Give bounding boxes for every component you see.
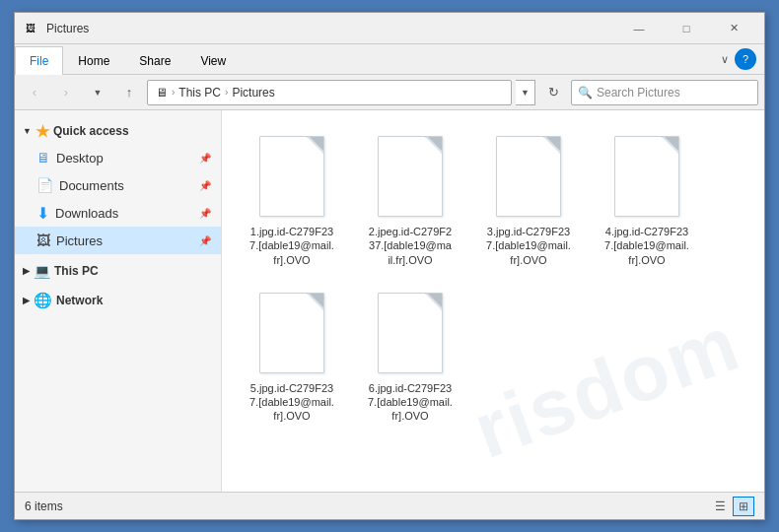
file-name-label: 5.jpg.id-C279F23 7.[dable19@mail. fr].OV… bbox=[249, 381, 334, 424]
downloads-icon: ⬇ bbox=[36, 204, 49, 223]
file-item[interactable]: 5.jpg.id-C279F23 7.[dable19@mail. fr].OV… bbox=[238, 283, 346, 430]
chevron-icon-2: › bbox=[225, 87, 228, 98]
network-icon: 🌐 bbox=[34, 292, 52, 309]
file-icon bbox=[252, 132, 331, 221]
tab-share[interactable]: Share bbox=[124, 46, 185, 76]
file-name-label: 1.jpg.id-C279F23 7.[dable19@mail. fr].OV… bbox=[249, 225, 334, 267]
star-icon: ★ bbox=[35, 122, 49, 141]
address-path[interactable]: 🖥 › This PC › Pictures bbox=[147, 80, 512, 105]
tab-home[interactable]: Home bbox=[63, 46, 124, 76]
address-dropdown[interactable]: ▼ bbox=[516, 80, 535, 105]
file-item[interactable]: 4.jpg.id-C279F23 7.[dable19@mail. fr].OV… bbox=[593, 126, 701, 273]
refresh-button[interactable]: ↻ bbox=[539, 80, 567, 105]
search-box[interactable]: 🔍 Search Pictures bbox=[571, 80, 758, 105]
search-placeholder: Search Pictures bbox=[597, 86, 680, 100]
quick-access-section: ▼ ★ Quick access 🖥 Desktop 📌 📄 Documents… bbox=[15, 118, 221, 254]
file-name-label: 3.jpg.id-C279F23 7.[dable19@mail. fr].OV… bbox=[486, 225, 571, 267]
file-page-icon bbox=[259, 136, 324, 217]
sidebar-item-desktop[interactable]: 🖥 Desktop 📌 bbox=[15, 144, 221, 171]
address-bar: ‹ › ▼ ↑ 🖥 › This PC › Pictures ▼ ↻ 🔍 Sea… bbox=[15, 75, 764, 110]
thispc-section: ▶ 💻 This PC bbox=[15, 258, 221, 284]
thispc-icon: 💻 bbox=[34, 263, 50, 279]
help-button[interactable]: ? bbox=[735, 48, 756, 70]
window-title: Pictures bbox=[46, 22, 616, 35]
ribbon-chevron[interactable]: ∨ bbox=[721, 53, 729, 66]
quick-access-header[interactable]: ▼ ★ Quick access bbox=[15, 118, 221, 144]
chevron-right-icon: ▼ bbox=[23, 126, 32, 136]
file-page-icon bbox=[496, 136, 561, 217]
path-thispc: This PC bbox=[178, 86, 221, 100]
file-page-icon bbox=[378, 136, 443, 217]
ribbon-tabs: File Home Share View ∨ ? bbox=[15, 44, 764, 74]
file-name-label: 4.jpg.id-C279F23 7.[dable19@mail. fr].OV… bbox=[604, 225, 689, 267]
network-header[interactable]: ▶ 🌐 Network bbox=[15, 288, 221, 313]
file-item[interactable]: 2.jpeg.id-C279F2 37.[dable19@ma il.fr].O… bbox=[356, 126, 464, 273]
file-icon bbox=[371, 289, 450, 377]
grid-view-button[interactable]: ⊞ bbox=[733, 497, 754, 516]
up-button[interactable]: ↑ bbox=[115, 80, 143, 105]
files-grid: 1.jpg.id-C279F23 7.[dable19@mail. fr].OV… bbox=[238, 126, 748, 476]
file-item[interactable]: 3.jpg.id-C279F23 7.[dable19@mail. fr].OV… bbox=[474, 126, 583, 273]
file-page-icon bbox=[378, 293, 443, 373]
file-item[interactable]: 1.jpg.id-C279F23 7.[dable19@mail. fr].OV… bbox=[238, 126, 346, 273]
tab-file[interactable]: File bbox=[15, 46, 63, 76]
file-name-label: 2.jpeg.id-C279F2 37.[dable19@ma il.fr].O… bbox=[369, 225, 452, 267]
file-page-icon bbox=[614, 136, 679, 217]
back-button[interactable]: ‹ bbox=[21, 80, 48, 105]
thispc-header[interactable]: ▶ 💻 This PC bbox=[15, 258, 221, 284]
title-bar-controls: — □ ✕ bbox=[616, 13, 756, 44]
minimize-button[interactable]: — bbox=[616, 13, 662, 44]
documents-label: Documents bbox=[59, 178, 124, 193]
main-area: ▼ ★ Quick access 🖥 Desktop 📌 📄 Documents… bbox=[15, 110, 764, 492]
tab-view[interactable]: View bbox=[185, 46, 241, 76]
pin-icon-docs: 📌 bbox=[199, 180, 211, 191]
ribbon: File Home Share View ∨ ? bbox=[15, 44, 764, 75]
file-icon bbox=[252, 289, 331, 377]
pin-icon-dl: 📌 bbox=[199, 208, 211, 219]
search-icon: 🔍 bbox=[578, 86, 593, 100]
dropdown-arrow-icon: ▼ bbox=[521, 88, 530, 98]
maximize-button[interactable]: □ bbox=[664, 13, 709, 44]
quick-access-label: Quick access bbox=[53, 124, 129, 138]
chevron-network-icon: ▶ bbox=[23, 296, 30, 305]
close-button[interactable]: ✕ bbox=[711, 13, 756, 44]
explorer-window: 🖼 Pictures — □ ✕ File Home Share View ∨ … bbox=[14, 12, 765, 520]
pictures-label: Pictures bbox=[56, 233, 103, 248]
file-page-icon bbox=[259, 293, 324, 373]
title-bar-icons: 🖼 bbox=[23, 21, 38, 36]
downloads-label: Downloads bbox=[55, 206, 118, 221]
title-bar: 🖼 Pictures — □ ✕ bbox=[15, 13, 764, 44]
desktop-label: Desktop bbox=[56, 151, 104, 166]
chevron-thispc-icon: ▶ bbox=[23, 266, 30, 276]
sidebar-item-documents[interactable]: 📄 Documents 📌 bbox=[15, 171, 221, 199]
pin-icon: 📌 bbox=[199, 153, 211, 164]
sidebar-item-downloads[interactable]: ⬇ Downloads 📌 bbox=[15, 199, 221, 227]
forward-button[interactable]: › bbox=[52, 80, 80, 105]
thispc-label: This PC bbox=[54, 264, 99, 278]
list-view-button[interactable]: ☰ bbox=[709, 497, 731, 516]
path-computer-icon: 🖥 bbox=[156, 86, 168, 100]
pictures-icon: 🖼 bbox=[36, 233, 50, 248]
file-icon bbox=[489, 132, 568, 221]
status-bar: 6 items ☰ ⊞ bbox=[15, 492, 764, 519]
file-content: risdom 1.jpg.id-C279F23 7.[dable19@mail.… bbox=[222, 110, 764, 492]
network-section: ▶ 🌐 Network bbox=[15, 288, 221, 313]
status-items-count: 6 items bbox=[25, 499, 63, 513]
file-icon bbox=[371, 132, 450, 221]
documents-icon: 📄 bbox=[36, 177, 53, 193]
sidebar: ▼ ★ Quick access 🖥 Desktop 📌 📄 Documents… bbox=[15, 110, 222, 492]
view-toggle: ☰ ⊞ bbox=[709, 497, 754, 516]
desktop-icon: 🖥 bbox=[36, 150, 50, 166]
network-label: Network bbox=[56, 294, 103, 307]
pin-icon-pic: 📌 bbox=[199, 235, 211, 246]
sidebar-item-pictures[interactable]: 🖼 Pictures 📌 bbox=[15, 227, 221, 254]
chevron-down-icon: ▼ bbox=[94, 88, 103, 98]
path-pictures: Pictures bbox=[232, 86, 274, 100]
file-icon bbox=[607, 132, 686, 221]
window-icon: 🖼 bbox=[23, 21, 38, 36]
file-item[interactable]: 6.jpg.id-C279F23 7.[dable19@mail. fr].OV… bbox=[356, 283, 464, 430]
file-name-label: 6.jpg.id-C279F23 7.[dable19@mail. fr].OV… bbox=[368, 381, 453, 424]
chevron-icon-1: › bbox=[172, 87, 175, 98]
recent-dropdown-button[interactable]: ▼ bbox=[84, 80, 111, 105]
